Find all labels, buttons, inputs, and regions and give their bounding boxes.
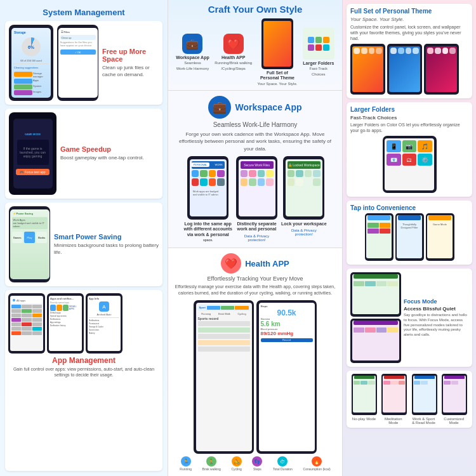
mode-screen-1 xyxy=(353,376,376,413)
power-label: Smart Power Saving xyxy=(54,233,159,241)
theme-screen-3 xyxy=(426,46,457,92)
app-mgmt-desc: Gain full control over apps: view permis… xyxy=(8,366,159,378)
craft-apps-row: 💼 Workspace AppSeamlessWork-Life Harmony… xyxy=(175,18,336,86)
ws-caption-2: Distinctly separatework and personal xyxy=(237,221,276,232)
cycling-icon-item: 🚴 Cycling xyxy=(231,456,241,471)
cycling-label: Cycling xyxy=(231,467,241,471)
health-phone-2: Steps 90.5k Stamina 5.6 km Blood pressur… xyxy=(256,300,317,454)
ws-phone-mock-3: 🔒 Locked Workspace xyxy=(283,156,324,220)
system-management-title: System Management xyxy=(5,5,162,21)
theme-phone-2 xyxy=(387,44,422,95)
full-theme-section: Full Set of Personal Theme Your Space. Y… xyxy=(347,4,472,98)
folder-item-1: 📱 xyxy=(387,140,401,152)
main-grid: System Management Storage 6% 68 of 256 G… xyxy=(0,0,476,476)
steps-circle: 👣 xyxy=(252,456,262,466)
storage-info: Free up More Space Clean up junk files o… xyxy=(102,48,159,78)
mode-label-4: Customized Mode xyxy=(441,417,466,425)
full-theme-phones xyxy=(350,44,468,95)
ws-caption-3: Lock your workspace xyxy=(281,221,327,227)
folder-item-4: 📧 xyxy=(387,154,401,166)
duration-circle: ⏱ xyxy=(277,456,288,466)
folders-screen: 📱 📷 🎵 📧 🗂 ⚙️ xyxy=(385,138,434,190)
workspace-subtitle: Seamless Work-Life Harmony xyxy=(175,121,336,128)
workspace-app-icon: 💼 xyxy=(208,96,231,119)
health-app-label: Health APPRunning/Brisk walking/Cycling/… xyxy=(215,55,252,71)
ws-caption-1: Log into the same appwith different acco… xyxy=(183,221,232,243)
consumption-label: Consumption (kcal) xyxy=(303,467,331,471)
mode-phone-2 xyxy=(381,374,407,415)
power-desc: Minimizes background tasks to prolong ba… xyxy=(54,242,159,256)
mode-phone-3 xyxy=(412,374,437,415)
tap-phone-3: Game Mode xyxy=(426,213,454,261)
larger-folders-section: Larger Folders Fast-Track Choices Larger… xyxy=(347,102,472,197)
workspace-app-label: Workspace AppSeamlessWork-Life Harmony xyxy=(176,55,209,71)
storage-label: Free up More Space xyxy=(102,48,159,63)
tap-convenience-section: Tap into Convenience xyxy=(347,201,472,265)
game-desc: Boost gameplay with one-tap control. xyxy=(60,155,159,161)
focus-text: Focus Mode Access Blissful Quiet Say goo… xyxy=(404,298,468,338)
tap-phone-2: ThoughtfullyDesigned Filter xyxy=(395,213,424,261)
ws-phone-mock-2: Secure Work Files xyxy=(236,156,277,220)
ws-screen-3: 🔒 Locked Workspace xyxy=(286,159,322,216)
brisk-walk-circle: 🚶 xyxy=(206,456,216,466)
theme-phone-3 xyxy=(424,44,459,95)
power-info: Smart Power Saving Minimizes background … xyxy=(54,233,159,256)
workspace-phones: PERSONAL WORK xyxy=(175,156,336,243)
app-mgmt-screen3: App Info A Android Auto Notifications Pe… xyxy=(88,296,121,351)
game-btn: 🎮 Focus test app xyxy=(16,169,49,175)
left-sections: Storage 6% 68 of 256 GB used Cleaning su… xyxy=(5,21,162,471)
craft-header: Craft Your Own Style 💼 Workspace AppSeam… xyxy=(168,0,342,91)
tap-screen-3: Game Mode xyxy=(427,215,453,258)
mode-phones-row xyxy=(350,374,469,415)
health-phone-1: Sport Running Brisk Walk Cycling xyxy=(194,300,254,454)
workspace-icon-row: 💼 Workspace App xyxy=(175,96,336,119)
app-mgmt-screens: All apps xyxy=(8,293,159,354)
game-screen: GAME MODE If the game is launched, you c… xyxy=(13,119,53,188)
workspace-icon: 💼 xyxy=(182,34,202,54)
folder-item-3: 🎵 xyxy=(418,140,432,152)
focus-mode-title: Focus Mode xyxy=(404,298,468,305)
full-theme-title: Full Set of Personal Theme xyxy=(350,8,468,15)
folders-phone: 📱 📷 🎵 📧 🗂 ⚙️ xyxy=(383,136,437,193)
theme-screen-2 xyxy=(389,46,420,92)
workspace-section: 💼 Workspace App Seamless Work-Life Harmo… xyxy=(168,91,342,248)
larger-folders-desc: Larger Folders on Color OS let you effor… xyxy=(350,122,468,133)
app-mgmt-phone1: All apps xyxy=(8,293,45,354)
brisk-walk-label: Brisk walking xyxy=(202,467,221,471)
larger-folders-subtitle: Fast-Track Choices xyxy=(350,115,468,121)
mode-phone-1 xyxy=(352,374,377,415)
mode-screen-4 xyxy=(443,376,466,413)
app-mgmt-phone3: App Info A Android Auto Notifications Pe… xyxy=(86,293,122,354)
health-section: ❤️ Health APP Effortlessly Tracking Your… xyxy=(168,248,342,476)
app-mgmt-label: App Management xyxy=(8,356,159,365)
mode-phone-4 xyxy=(442,374,467,415)
steps-icon-item: 👣 Steps xyxy=(252,456,262,471)
app-management-section: All apps xyxy=(5,290,162,471)
tap-phones: ThoughtfullyDesigned Filter Game Mode xyxy=(350,213,468,261)
focus-screen-2 xyxy=(352,321,399,360)
workspace-title: Workspace App xyxy=(235,102,301,112)
health-icon-row: ❤️ Health APP xyxy=(175,253,336,274)
ws-screen-2: Secure Work Files xyxy=(239,159,275,216)
game-info: Game Speedup Boost gameplay with one-tap… xyxy=(60,145,159,161)
theme-app-label: Full Set ofPersonal ThemeYour Space. You… xyxy=(258,70,298,86)
health-phones: Sport Running Brisk Walk Cycling xyxy=(175,300,336,454)
ws-phone-3: 🔒 Locked Workspace xyxy=(281,156,327,243)
game-label: Game Speedup xyxy=(60,145,159,153)
ws-caption-sub-2: Data & Privacyprotection! xyxy=(244,234,270,242)
tap-convenience-title: Tap into Convenience xyxy=(350,204,468,211)
ws-phone-1: PERSONAL WORK xyxy=(183,156,232,243)
health-icon: ❤️ xyxy=(223,34,244,54)
power-screen: ⚡ Power Saving Work Apps are badged and … xyxy=(10,209,50,279)
health-app-item: ❤️ Health APPRunning/Brisk walking/Cycli… xyxy=(215,34,252,71)
storage-screen: Storage 6% 68 of 256 GB used Cleaning su… xyxy=(11,28,51,98)
focus-mode-section: Focus Mode Access Blissful Quiet Say goo… xyxy=(347,268,472,367)
right-column: Full Set of Personal Theme Your Space. Y… xyxy=(343,0,476,476)
brisk-walk-icon-item: 🚶 Brisk walking xyxy=(202,456,221,471)
folders-preview xyxy=(303,28,334,60)
larger-folders-title: Larger Folders xyxy=(350,106,468,113)
storage-section: Storage 6% 68 of 256 GB used Cleaning su… xyxy=(5,21,162,105)
workspace-desc: Forge your own work cadence with the Wor… xyxy=(175,131,336,152)
consumption-circle: 🔥 xyxy=(312,456,322,466)
theme-screen-1 xyxy=(352,46,383,92)
